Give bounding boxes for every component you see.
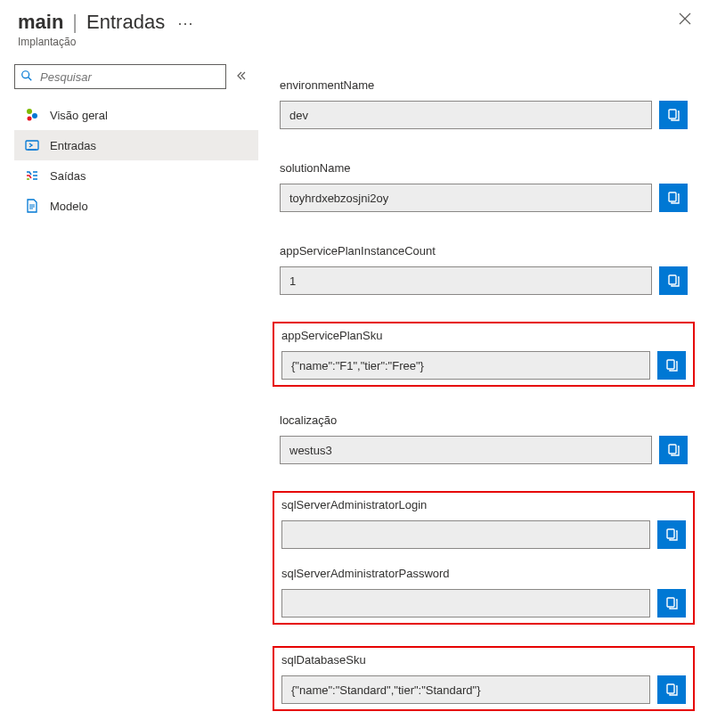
copy-button[interactable] (657, 520, 686, 549)
main-content: environmentNamesolutionNameappServicePla… (258, 55, 709, 728)
svg-line-3 (29, 78, 32, 81)
svg-point-6 (28, 117, 32, 121)
template-icon (25, 199, 39, 213)
nav-item-label: Entradas (50, 139, 96, 152)
svg-rect-18 (667, 360, 674, 369)
input-group: appServicePlanSku (273, 322, 695, 387)
value-input[interactable] (280, 436, 652, 464)
title-row: main | Entradas ⋯ (18, 11, 691, 34)
svg-rect-15 (669, 110, 676, 119)
input-label: environmentName (280, 78, 688, 92)
input-group: sqlServerAdministratorLoginsqlServerAdmi… (273, 491, 695, 625)
more-menu-icon[interactable]: ⋯ (177, 13, 193, 33)
nav-item-inputs[interactable]: Entradas (14, 130, 258, 160)
breadcrumb: Implantação (18, 36, 691, 48)
svg-point-5 (32, 113, 37, 119)
outputs-icon (25, 168, 39, 183)
input-label: sqlDatabaseSku (281, 653, 686, 667)
close-icon (679, 12, 691, 25)
title-separator: | (72, 11, 77, 34)
svg-point-4 (27, 109, 32, 114)
title-section: Entradas (86, 11, 165, 34)
input-label: solutionName (280, 161, 688, 175)
value-input[interactable] (281, 675, 650, 704)
copy-button[interactable] (657, 589, 686, 618)
svg-rect-16 (669, 192, 676, 201)
input-group: environmentName (273, 73, 695, 135)
value-input[interactable] (280, 266, 652, 295)
nav-item-label: Modelo (50, 200, 88, 213)
chevron-left-double-icon (235, 70, 248, 82)
input-label: sqlServerAdministratorLogin (281, 498, 686, 511)
svg-rect-17 (669, 275, 676, 284)
search-input[interactable] (14, 64, 226, 89)
nav-item-outputs[interactable]: Saídas (14, 160, 258, 191)
value-input[interactable] (280, 184, 652, 212)
input-label: appServicePlanInstanceCount (280, 244, 688, 258)
copy-button[interactable] (659, 436, 688, 464)
copy-button[interactable] (657, 351, 686, 380)
collapse-sidebar-button[interactable] (235, 70, 248, 85)
copy-button[interactable] (657, 675, 686, 704)
input-label: localização (280, 413, 688, 427)
nav-item-label: Visão geral (50, 109, 108, 122)
input-group: solutionName (273, 156, 695, 217)
copy-icon (666, 191, 680, 205)
nav-item-label: Saídas (50, 169, 86, 183)
header: main | Entradas ⋯ Implantação (0, 0, 709, 55)
close-button[interactable] (679, 12, 691, 29)
copy-button[interactable] (659, 184, 688, 212)
value-input[interactable] (280, 101, 652, 129)
overview-icon (25, 108, 39, 122)
value-input[interactable] (281, 589, 650, 618)
svg-rect-19 (669, 445, 676, 454)
input-label: sqlServerAdministratorPassword (281, 567, 686, 580)
title-main: main (18, 11, 63, 34)
svg-point-2 (22, 71, 29, 78)
svg-rect-20 (667, 529, 674, 538)
copy-button[interactable] (659, 266, 688, 295)
copy-icon (666, 108, 680, 122)
copy-icon (664, 596, 679, 610)
input-group: localização (273, 408, 695, 470)
value-input[interactable] (281, 351, 650, 380)
input-group: sqlDatabaseSku (273, 646, 695, 711)
search-icon (20, 70, 33, 85)
svg-rect-22 (667, 684, 674, 693)
copy-icon (664, 358, 679, 372)
copy-icon (666, 274, 680, 288)
sidebar: Visão geral Entradas Saídas Modelo (0, 55, 258, 728)
value-input[interactable] (281, 520, 650, 549)
input-group: appServicePlanInstanceCount (273, 239, 695, 300)
svg-rect-21 (667, 598, 674, 607)
copy-button[interactable] (659, 101, 688, 129)
copy-icon (666, 443, 680, 457)
input-label: appServicePlanSku (281, 329, 686, 342)
copy-icon (664, 683, 679, 697)
copy-icon (664, 528, 679, 542)
nav-item-overview[interactable]: Visão geral (14, 100, 258, 130)
inputs-icon (25, 138, 39, 152)
nav-item-template[interactable]: Modelo (14, 191, 258, 221)
